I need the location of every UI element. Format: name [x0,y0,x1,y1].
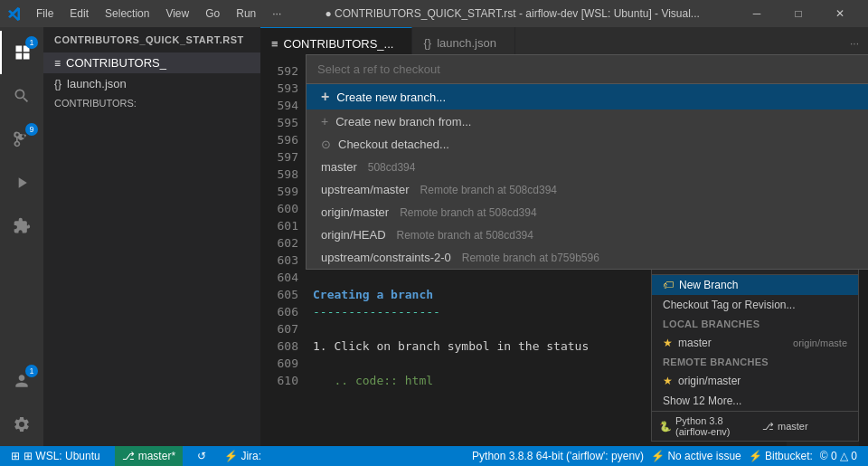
create-branch-label: Create new branch... [336,90,446,104]
git-panel-python-env[interactable]: 🐍 Python 3.8 (airflow-env) [652,412,755,441]
status-wsl[interactable]: ⊞ ⊞ WSL: Ubuntu [7,446,104,466]
origin-head-label: origin/HEAD [321,228,386,242]
python-env-label: Python 3.8 (airflow-env) [675,415,748,437]
python-env-icon: 🐍 [659,421,672,433]
activity-source-control[interactable]: 9 [0,118,43,161]
git-panel-show-more[interactable]: Show 12 More... [652,391,858,411]
menu-file[interactable]: File [29,5,61,22]
show-more-label: Show 12 More... [663,395,741,407]
sidebar-file-contributors[interactable]: ≡ CONTRIBUTORS_ [43,52,260,73]
upstream-master-label: upstream/master [321,183,410,196]
sidebar-file-label-launch: launch.json [67,77,127,90]
git-panel-remote-branches: Remote Branches [652,353,858,371]
create-from-label: Create new branch from... [335,115,471,128]
activity-bottom: 1 [0,359,43,446]
python-label: Python 3.8.8 64-bit ('airflow': pyenv) [472,450,644,462]
origin-head-sub: Remote branch at 508cd394 [397,229,533,242]
activity-settings[interactable] [0,403,43,446]
git-panel-new-branch[interactable]: 🏷 New Branch [652,275,858,295]
menu-bar: File Edit Selection View Go Run ··· [29,5,288,22]
status-python[interactable]: Python 3.8.8 64-bit ('airflow': pyenv) [468,446,647,466]
sync-icon: ↺ [197,450,206,462]
master-label: master [678,337,712,349]
status-jira[interactable]: ⚡ Jira: [221,446,265,466]
detach-icon: ⊙ [321,138,331,151]
close-button[interactable]: ✕ [819,0,861,27]
branch-master-sub: 508cd394 [368,161,416,174]
git-panel-master[interactable]: ★ master origin/maste [652,333,858,353]
menu-run[interactable]: Run [229,5,263,22]
master-star-icon: ★ [663,337,673,349]
branch-label: master* [138,450,175,462]
status-right: Python 3.8.8 64-bit ('airflow': pyenv) ⚡… [468,446,861,466]
main-layout: 1 9 1 [0,27,868,446]
master-sub: origin/maste [793,338,847,348]
window-title: ● CONTRIBUTORS_QUICK_START.rst - airflow… [296,7,729,20]
status-bitbucket[interactable]: ⚡ Bitbucket: [745,446,816,466]
git-panel: 🏷 New Branch Checkout Tag or Revision...… [651,253,859,442]
git-panel-origin-master[interactable]: ★ origin/master [652,371,858,391]
new-branch-label: New Branch [679,279,738,291]
tab-contributors-label: CONTRIBUTORS_... [284,37,394,51]
status-sync[interactable]: ↺ [193,446,210,466]
branch-master-label: master [321,160,357,174]
activity-explorer[interactable]: 1 [0,31,43,74]
upstream-master-sub: Remote branch at 508cd394 [420,184,557,196]
origin-master-label: origin/master [678,375,741,387]
activity-account[interactable]: 1 [0,359,43,403]
status-line-info[interactable]: © 0 △ 0 [816,446,861,466]
footer-branch-label: master [778,421,808,432]
footer-branch-icon: ⎇ [762,421,774,433]
git-panel-footer-branch[interactable]: ⎇ master [755,412,858,441]
status-branch[interactable]: ⎇ master* [115,446,183,466]
create-from-icon: + [321,114,328,128]
menu-edit[interactable]: Edit [62,5,96,22]
sidebar-header: CONTRIBUTORS_QUICK_START.RST [43,27,260,52]
tab-launch-icon: {} [423,36,431,50]
menu-go[interactable]: Go [198,5,227,22]
wsl-icon: ⊞ [11,450,20,462]
git-panel-local-branches: Local Branches [652,315,858,333]
menu-view[interactable]: View [158,5,196,22]
sidebar-file-launch[interactable]: {} launch.json [43,73,260,94]
branch-item-detach[interactable]: ⊙ Checkout detached... [307,133,868,156]
create-branch-icon: + [321,89,329,105]
upstream-constraints-label: upstream/constraints-2-0 [321,251,451,264]
menu-selection[interactable]: Selection [98,5,156,22]
menu-more[interactable]: ··· [265,5,288,22]
upstream-constraints-sub: Remote branch at b759b596 [462,252,599,264]
git-panel-footer: 🐍 Python 3.8 (airflow-env) ⎇ master [652,411,858,441]
status-issues[interactable]: ⚡ No active issue [647,446,745,466]
activity-search[interactable] [0,74,43,118]
account-badge: 1 [25,365,38,377]
issues-label: ⚡ No active issue [651,450,741,462]
title-bar: File Edit Selection View Go Run ··· ● CO… [0,0,868,27]
file-icon-launch: {} [54,78,61,90]
branch-item-create-from[interactable]: + Create new branch from... [307,109,868,133]
branch-dropdown: + Create new branch... + Create new bran… [306,54,868,270]
window-controls: ─ □ ✕ [736,0,861,27]
sidebar-file-label-contributors: CONTRIBUTORS_ [66,56,166,70]
origin-master-label: origin/master [321,205,389,219]
source-control-badge: 9 [25,123,38,136]
branch-item-upstream-constraints[interactable]: upstream/constraints-2-0 Remote branch a… [307,246,868,269]
maximize-button[interactable]: □ [778,0,819,27]
sidebar: CONTRIBUTORS_QUICK_START.RST ≡ CONTRIBUT… [43,27,260,446]
branch-item-create-new[interactable]: + Create new branch... [307,84,868,109]
line-info-label: © 0 △ 0 [820,450,857,462]
bitbucket-label: ⚡ Bitbucket: [749,450,813,462]
branch-item-upstream-master[interactable]: upstream/master Remote branch at 508cd39… [307,178,868,201]
minimize-button[interactable]: ─ [736,0,778,27]
git-panel-checkout-tag[interactable]: Checkout Tag or Revision... [652,295,858,315]
activity-extensions[interactable] [0,204,43,248]
branch-item-origin-head[interactable]: origin/HEAD Remote branch at 508cd394 [307,223,868,246]
activity-run[interactable] [0,161,43,204]
branch-item-master[interactable]: master 508cd394 [307,156,868,178]
branch-item-origin-master[interactable]: origin/master Remote branch at 508cd394 [307,201,868,223]
branch-search-input[interactable] [307,55,868,84]
sidebar-section-label: CONTRIBUTORS: [54,98,137,109]
wsl-label: ⊞ WSL: Ubuntu [24,450,100,462]
new-branch-icon: 🏷 [663,279,674,291]
vscode-logo [7,6,22,21]
tab-contributors-icon: ≡ [271,37,278,51]
